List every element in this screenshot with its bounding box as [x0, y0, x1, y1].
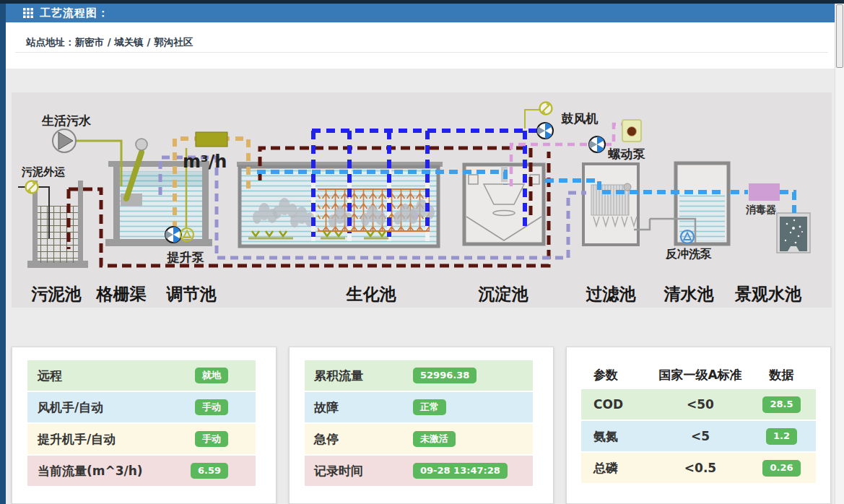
row-label: 累积流量: [305, 368, 413, 384]
status-badge: 正常: [413, 399, 446, 416]
process-flow-diagram: 生活污水 污泥外运 m³/h 提升泵 鼓风机 螺动泵 反冲洗泵 消毒器 污泥池 …: [12, 92, 832, 308]
table-row: 远程 就地: [27, 360, 256, 391]
scrollbar-thumb[interactable]: [836, 4, 843, 68]
table-row: COD <50 28.5: [581, 389, 816, 420]
page-header: 工艺流程图：: [6, 4, 835, 22]
top-edge-bar: [0, 0, 844, 4]
table-row: 提升机手/自动 手动: [27, 424, 256, 454]
value-badge: 28.5: [762, 396, 800, 413]
param-name: COD: [581, 397, 653, 412]
row-label: 故障: [305, 399, 413, 416]
breadcrumb: 站点地址：新密市 / 城关镇 / 郭沟社区: [26, 36, 193, 49]
table-row: 当前流量(m^3/h) 6.59: [27, 456, 256, 486]
sludge-out-label: 污泥外运: [21, 165, 66, 178]
table-header: 参数 国家一级A标准 数据: [581, 360, 816, 389]
page-title: 工艺流程图：: [40, 6, 109, 20]
row-label: 记录时间: [305, 463, 413, 479]
disinfector-box: [749, 183, 780, 201]
grid-icon: [23, 8, 33, 18]
param-standard: <0.5: [653, 461, 747, 475]
table-row: 急停 未激活: [305, 424, 533, 454]
header-param: 参数: [581, 367, 653, 383]
biochemical-tank: [237, 162, 443, 246]
value-badge: 0.26: [762, 460, 800, 477]
blower-fan-icon: [537, 123, 553, 139]
stage-label-grid: 格栅渠: [96, 284, 147, 303]
blower-label: 鼓风机: [561, 111, 599, 126]
left-edge-bar: [0, 0, 6, 504]
disinfector-label: 消毒器: [745, 204, 777, 215]
blower-valve-icon: [540, 103, 552, 115]
stage-label-bio: 生化池: [346, 284, 397, 303]
value-badge: 1.2: [766, 428, 797, 445]
water-quality-card: 参数 国家一级A标准 数据 COD <50 28.5 氨氮 <5 1.2 总磷 …: [566, 347, 831, 504]
control-status-card: 远程 就地 风机手/自动 手动 提升机手/自动 手动 当前流量(m^3/h) 6…: [12, 347, 277, 504]
filter-tank: [583, 164, 638, 245]
scrollbar[interactable]: [835, 4, 844, 504]
flow-meter: [196, 132, 227, 147]
peristaltic-pump-label: 螺动泵: [608, 147, 646, 161]
table-row: 累积流量 52996.38: [305, 360, 533, 391]
status-badge: 52996.38: [413, 368, 477, 384]
param-name: 氨氮: [581, 428, 653, 445]
sludge-out-valve-icon: [26, 181, 38, 194]
lift-pump-label: 提升泵: [167, 250, 205, 264]
stage-label-sediment: 沉淀池: [478, 284, 529, 303]
inflow-label: 生活污水: [41, 113, 92, 128]
stage-label-filter: 过滤池: [586, 284, 637, 303]
row-label: 风机手/自动: [38, 399, 103, 416]
param-standard: <5: [653, 429, 747, 443]
status-badge: 手动: [195, 431, 228, 448]
status-badge: 6.59: [191, 463, 228, 479]
table-row: 氨氮 <5 1.2: [581, 421, 816, 451]
header-standard: 国家一级A标准: [653, 367, 747, 383]
conveyor-motor: [136, 139, 147, 150]
table-row: 总磷 <0.5 0.26: [581, 453, 816, 483]
stage-label-landscape: 景观水池: [734, 284, 802, 303]
status-badge: 手动: [195, 399, 228, 416]
row-label: 急停: [305, 431, 413, 448]
lift-pump-icon: [165, 227, 193, 243]
table-row: 记录时间 09-28 13:47:28: [305, 456, 533, 486]
blower-valve-line: [525, 110, 539, 129]
divider: [15, 52, 828, 53]
row-label: 远程: [38, 368, 62, 384]
flow-status-card: 累积流量 52996.38 故障 正常 急停 未激活 记录时间 09-28 13…: [289, 347, 554, 504]
dosing-device: [622, 120, 641, 142]
flow-unit-label: m³/h: [183, 152, 227, 172]
table-row: 故障 正常: [305, 392, 533, 422]
table-row: 风机手/自动 手动: [27, 392, 256, 422]
peristaltic-pump-icon: [589, 136, 605, 152]
row-label: 当前流量(m^3/h): [38, 463, 143, 479]
landscape-pool: [777, 213, 810, 253]
stage-label-sludge: 污泥池: [31, 284, 82, 303]
stage-label-clearwater: 清水池: [664, 284, 715, 303]
backwash-pump-label: 反冲洗泵: [665, 247, 712, 261]
sludge-tank: [27, 181, 88, 268]
param-name: 总磷: [581, 460, 653, 477]
status-badge: 就地: [195, 368, 228, 384]
status-cards: 远程 就地 风机手/自动 手动 提升机手/自动 手动 当前流量(m^3/h) 6…: [12, 347, 831, 504]
filter-drum: [591, 185, 629, 215]
param-standard: <50: [653, 397, 747, 412]
row-label: 提升机手/自动: [38, 431, 116, 448]
header-data: 数据: [747, 367, 816, 383]
inflow-pump-icon: [53, 129, 76, 152]
stage-label-regulating: 调节池: [166, 284, 217, 303]
status-badge: 09-28 13:47:28: [413, 463, 508, 479]
breadcrumb-panel: 站点地址：新密市 / 城关镇 / 郭沟社区: [6, 22, 835, 69]
status-badge: 未激活: [413, 431, 456, 448]
